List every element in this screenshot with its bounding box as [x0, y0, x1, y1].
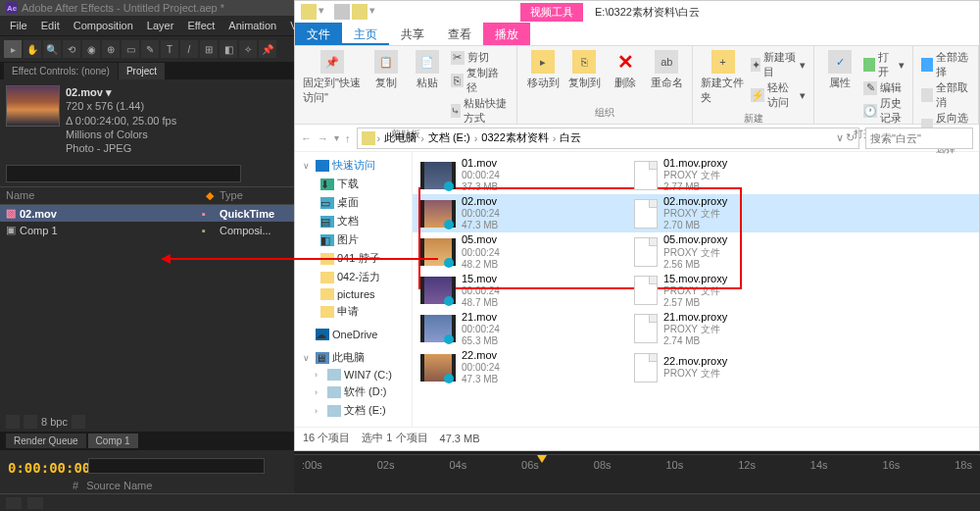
menu-composition[interactable]: Composition: [68, 18, 139, 33]
copy-path-button[interactable]: ⎘复制路径: [451, 66, 510, 95]
project-search-input[interactable]: [6, 165, 241, 182]
tree-drive-d[interactable]: 软件 (D:): [344, 384, 386, 399]
file-row[interactable]: 02.mov 00:00:24 47.3 MB 02.mov.proxy PRO…: [413, 194, 979, 232]
rename-button[interactable]: ab重命名: [649, 50, 684, 90]
nav-forward-icon[interactable]: →: [318, 132, 328, 144]
explorer-window: ▾ ▾ 视频工具 E:\0322素材资料\白云 文件 主页 共享 查看 播放 📌…: [294, 0, 980, 451]
tree-folder-pictures[interactable]: pictures: [337, 288, 375, 300]
menu-edit[interactable]: Edit: [35, 18, 66, 33]
timeline-ruler[interactable]: Mode T TrkMat Parent :00s02s04s06s08s10s…: [294, 454, 980, 493]
edit-button[interactable]: ✎编辑: [863, 80, 905, 95]
proxy-type: PROXY 文件: [663, 285, 727, 297]
open-button[interactable]: 打开▾: [863, 50, 905, 79]
properties-button[interactable]: ✓属性: [822, 50, 858, 126]
nav-back-icon[interactable]: ←: [301, 132, 312, 144]
tree-quick-access[interactable]: 快速访问: [332, 158, 375, 173]
qat-more-icon[interactable]: ▾: [369, 4, 379, 20]
nav-up-icon[interactable]: ↑: [345, 132, 351, 144]
timeline-search-input[interactable]: [88, 458, 265, 474]
trash-icon[interactable]: [72, 415, 85, 429]
puppet-tool[interactable]: 📌: [259, 40, 276, 58]
file-list[interactable]: 01.mov 00:00:24 37.3 MB 01.mov.proxy PRO…: [413, 152, 979, 427]
selection-tool[interactable]: ▸: [4, 40, 22, 58]
tree-this-pc[interactable]: 此电脑: [332, 350, 365, 365]
qat-props-icon[interactable]: [334, 4, 350, 20]
folder-icon[interactable]: [24, 415, 37, 429]
search-input[interactable]: [865, 128, 973, 149]
tree-folder-042[interactable]: 042-活力: [337, 270, 380, 284]
playhead-icon[interactable]: [537, 455, 547, 463]
col-type[interactable]: Type: [220, 189, 288, 202]
menu-layer[interactable]: Layer: [141, 18, 180, 33]
text-tool[interactable]: T: [161, 40, 178, 58]
easy-access-button[interactable]: ⚡轻松访问▾: [751, 80, 806, 110]
nav-recent-icon[interactable]: ▾: [334, 132, 339, 144]
ribbon-tab-view[interactable]: 查看: [436, 23, 483, 45]
rotate-tool[interactable]: ⟲: [63, 40, 80, 58]
tree-drive-e[interactable]: 文档 (E:): [344, 403, 386, 418]
file-row[interactable]: 05.mov 00:00:24 48.2 MB 05.mov.proxy PRO…: [413, 232, 979, 271]
copy-button[interactable]: 📋复制: [368, 50, 404, 126]
pan-behind-tool[interactable]: ⊕: [102, 40, 120, 58]
menu-file[interactable]: File: [4, 18, 33, 33]
file-row[interactable]: 15.mov 00:00:24 48.7 MB 15.mov.proxy PRO…: [413, 272, 979, 310]
roto-tool[interactable]: ✧: [239, 40, 257, 58]
camera-tool[interactable]: ◉: [82, 40, 100, 58]
project-item-comp1[interactable]: ▣ Comp 1 ▪ Composi...: [0, 222, 294, 238]
paste-button[interactable]: 📄粘贴: [410, 50, 445, 126]
tab-project[interactable]: Project: [119, 63, 165, 79]
project-item-02mov[interactable]: ▧ 02.mov ▪ QuickTime: [0, 205, 294, 222]
delete-button[interactable]: ✕删除: [608, 50, 643, 90]
interpret-icon[interactable]: [6, 415, 20, 429]
zoom-tool[interactable]: 🔍: [43, 40, 61, 58]
copy-to-button[interactable]: ⎘复制到: [566, 50, 602, 90]
stamp-tool[interactable]: ⊞: [200, 40, 218, 58]
brush-tool[interactable]: /: [180, 40, 198, 58]
col-label-icon[interactable]: ◆: [206, 189, 220, 202]
file-row[interactable]: 22.mov 00:00:24 47.3 MB 22.mov.proxy PRO…: [413, 348, 979, 386]
qat-dropdown-icon[interactable]: ▾: [318, 4, 332, 20]
file-row[interactable]: 01.mov 00:00:24 37.3 MB 01.mov.proxy PRO…: [413, 156, 979, 194]
ribbon-tab-play[interactable]: 播放: [483, 23, 530, 45]
file-row[interactable]: 21.mov 00:00:24 65.3 MB 21.mov.proxy PRO…: [413, 310, 979, 348]
pin-quick-access-button[interactable]: 📌固定到"快速访问": [303, 50, 363, 126]
col-name[interactable]: Name: [6, 189, 206, 202]
menu-animation[interactable]: Animation: [222, 18, 282, 33]
tree-folder-shenqing[interactable]: 申请: [337, 304, 359, 319]
tree-downloads[interactable]: 下载: [337, 177, 359, 191]
new-item-button[interactable]: ✦新建项目▾: [751, 50, 806, 79]
ribbon-tab-file[interactable]: 文件: [295, 23, 342, 45]
toggle-modes-icon[interactable]: [27, 497, 43, 509]
history-button[interactable]: 🕐历史记录: [863, 96, 905, 126]
address-bar[interactable]: › 此电脑› 文档 (E:)› 0322素材资料› 白云 ∨ ↻: [357, 128, 860, 149]
paste-shortcut-button[interactable]: ⤷粘贴快捷方式: [451, 96, 510, 126]
toggle-switches-icon[interactable]: [6, 497, 22, 509]
ribbon-tab-share[interactable]: 共享: [389, 23, 436, 45]
tree-drive-c[interactable]: WIN7 (C:): [344, 369, 392, 381]
new-folder-button[interactable]: +新建文件夹: [701, 50, 744, 110]
tree-documents[interactable]: 文档: [337, 214, 359, 229]
cut-button[interactable]: ✂剪切: [451, 50, 510, 65]
tree-pictures[interactable]: 图片: [337, 232, 359, 247]
select-all-button[interactable]: 全部选择: [921, 50, 970, 79]
tab-comp1-timeline[interactable]: Comp 1: [88, 434, 138, 448]
move-to-button[interactable]: ▸移动到: [525, 50, 561, 90]
timecode-display[interactable]: 0:00:00:00: [8, 460, 90, 476]
proxy-file-icon: [634, 314, 658, 343]
refresh-icon[interactable]: ↻: [846, 131, 855, 144]
tab-effect-controls[interactable]: Effect Controls: (none): [4, 63, 118, 79]
hand-tool[interactable]: ✋: [24, 40, 41, 58]
tree-onedrive[interactable]: OneDrive: [332, 329, 377, 340]
tree-desktop[interactable]: 桌面: [337, 195, 359, 210]
addr-dropdown-icon[interactable]: ∨: [836, 131, 844, 144]
ribbon-tab-home[interactable]: 主页: [342, 23, 389, 45]
bpc-label[interactable]: 8 bpc: [41, 416, 68, 428]
rect-tool[interactable]: ▭: [122, 40, 139, 58]
eraser-tool[interactable]: ◧: [220, 40, 237, 58]
nav-tree[interactable]: ∨★快速访问 ⬇下载 ▭桌面 ▤文档 ◧图片 041-脖子 042-活力 pic…: [295, 152, 413, 427]
menu-effect[interactable]: Effect: [181, 18, 220, 33]
select-none-button[interactable]: 全部取消: [921, 80, 970, 110]
tab-render-queue[interactable]: Render Queue: [6, 434, 86, 448]
qat-folder-icon[interactable]: [352, 4, 368, 20]
pen-tool[interactable]: ✎: [141, 40, 159, 58]
